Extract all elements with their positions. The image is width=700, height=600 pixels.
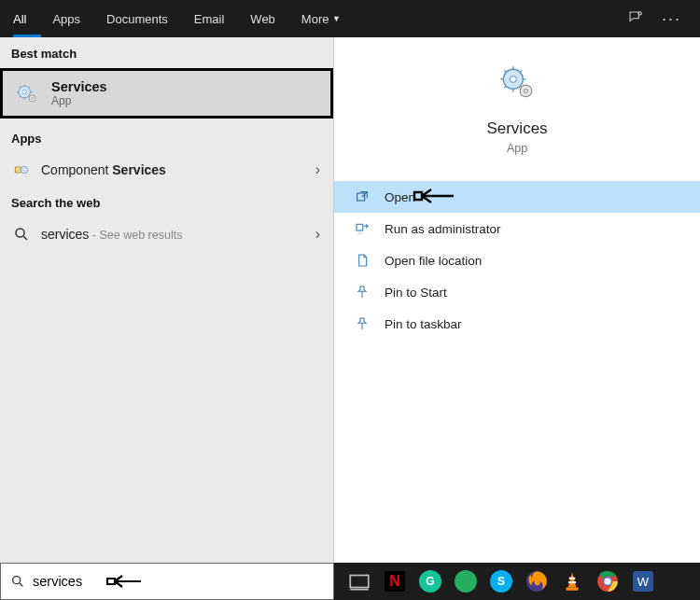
app-green-icon[interactable] [454, 569, 478, 593]
feedback-icon[interactable] [628, 10, 643, 28]
svg-line-10 [28, 87, 29, 88]
svg-point-0 [638, 11, 641, 14]
more-options-icon[interactable]: ··· [662, 9, 681, 29]
action-pin-start[interactable]: Pin to Start [334, 276, 700, 308]
tab-more[interactable]: More ▼ [288, 0, 354, 37]
tab-documents[interactable]: Documents [93, 0, 181, 37]
services-icon [497, 63, 537, 103]
tab-all[interactable]: All [0, 0, 39, 37]
chevron-right-icon: › [315, 226, 320, 243]
preview-pane: Services App Open Run as administrator [334, 37, 700, 563]
svg-rect-40 [568, 581, 576, 583]
search-input[interactable] [33, 574, 324, 589]
tab-apps[interactable]: Apps [39, 0, 93, 37]
svg-point-2 [22, 91, 26, 94]
action-label: Pin to taskbar [385, 317, 462, 331]
preview-title: Services [486, 119, 547, 138]
action-label: Run as administrator [385, 222, 501, 236]
result-label: Component Services [41, 162, 304, 177]
svg-point-12 [31, 97, 33, 99]
services-icon [14, 80, 40, 106]
skype-icon[interactable]: S [489, 569, 513, 593]
grammarly-icon[interactable]: G [418, 569, 442, 593]
chrome-icon[interactable] [595, 569, 620, 593]
actions-list: Open Run as administrator Open file loca… [334, 181, 700, 340]
action-label: Pin to Start [385, 286, 447, 300]
svg-point-15 [16, 229, 24, 237]
svg-rect-41 [567, 588, 579, 591]
apps-section-label: Apps [0, 122, 333, 153]
vlc-icon[interactable] [560, 569, 584, 593]
annotation-arrow [409, 186, 700, 209]
svg-rect-13 [15, 167, 21, 173]
preview-subtitle: App [507, 142, 527, 155]
svg-line-16 [23, 236, 27, 240]
svg-point-28 [525, 90, 528, 93]
action-run-admin[interactable]: Run as administrator [334, 213, 700, 244]
svg-point-14 [21, 166, 28, 174]
svg-rect-39 [569, 578, 576, 579]
word-icon[interactable]: W [631, 569, 655, 593]
svg-line-26 [520, 70, 522, 72]
action-label: Open [385, 190, 415, 204]
svg-rect-36 [350, 576, 369, 588]
file-location-icon [355, 253, 370, 268]
svg-rect-29 [357, 193, 365, 201]
action-open-location[interactable]: Open file location [334, 244, 700, 276]
result-label: services - See web results [41, 227, 304, 242]
svg-point-44 [604, 578, 610, 584]
chevron-right-icon: › [315, 161, 320, 178]
best-match-label: Best match [0, 37, 333, 68]
svg-line-9 [20, 96, 21, 97]
netflix-icon[interactable]: N [383, 569, 407, 593]
search-icon [10, 574, 25, 589]
web-section-label: Search the web [0, 187, 333, 217]
firefox-icon[interactable] [525, 569, 549, 593]
action-open[interactable]: Open [334, 181, 700, 213]
svg-rect-31 [357, 224, 363, 230]
pin-icon [355, 316, 370, 331]
task-view-icon[interactable] [347, 569, 371, 593]
result-component-services[interactable]: Component Services › [0, 153, 333, 187]
tab-email[interactable]: Email [181, 0, 238, 37]
svg-line-23 [504, 70, 506, 72]
action-pin-taskbar[interactable]: Pin to taskbar [334, 308, 700, 340]
component-services-icon [13, 161, 30, 178]
best-match-title: Services [51, 79, 107, 94]
best-match-subtitle: App [51, 94, 107, 107]
svg-line-25 [504, 86, 506, 88]
pin-icon [355, 285, 370, 300]
tab-web[interactable]: Web [237, 0, 288, 37]
best-match-services[interactable]: Services App [0, 68, 333, 119]
search-icon [13, 226, 30, 243]
search-filter-tabs: All Apps Documents Email Web More ▼ ··· [0, 0, 700, 37]
shield-run-icon [355, 221, 370, 236]
svg-point-18 [510, 76, 516, 82]
svg-point-34 [13, 577, 21, 584]
results-pane: Best match Services App Apps Component S… [0, 37, 334, 563]
taskbar: N G S W [334, 563, 700, 600]
svg-line-7 [20, 87, 21, 88]
svg-line-35 [20, 583, 22, 586]
result-web-services[interactable]: services - See web results › [0, 217, 333, 251]
action-label: Open file location [385, 254, 482, 268]
search-box[interactable] [0, 563, 334, 600]
open-icon [355, 189, 370, 204]
